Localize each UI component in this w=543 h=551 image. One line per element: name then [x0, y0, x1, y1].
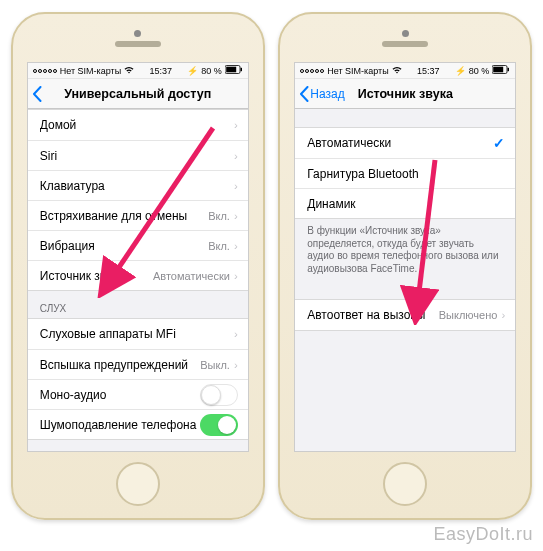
row-led-flash[interactable]: Вспышка предупреждений Выкл. › [28, 349, 248, 379]
phone-left: Нет SIM-карты 15:37 ⚡ 80 % [11, 12, 265, 520]
row-bluetooth[interactable]: Гарнитура Bluetooth [295, 158, 515, 188]
signal-icon [300, 69, 324, 73]
row-label: Автоответ на вызовы [307, 308, 439, 322]
row-shake-undo[interactable]: Встряхивание для отмены Вкл. › [28, 200, 248, 230]
screen-right: Нет SIM-карты 15:37 ⚡ 80 % Наза [294, 62, 516, 452]
row-label: Моно-аудио [40, 388, 200, 402]
row-label: Слуховые аппараты MFi [40, 327, 234, 341]
chevron-right-icon: › [234, 180, 238, 192]
row-value: Вкл. [208, 240, 230, 252]
checkmark-icon: ✓ [493, 135, 505, 151]
screen-left: Нет SIM-карты 15:37 ⚡ 80 % [27, 62, 249, 452]
row-label: Клавиатура [40, 179, 234, 193]
chevron-right-icon: › [234, 150, 238, 162]
row-label: Динамик [307, 197, 505, 211]
carrier-label: Нет SIM-карты [60, 66, 121, 76]
nav-title: Универсальный доступ [64, 87, 211, 101]
row-vibration[interactable]: Вибрация Вкл. › [28, 230, 248, 260]
signal-icon [33, 69, 57, 73]
chevron-right-icon: › [234, 240, 238, 252]
row-automatic[interactable]: Автоматически ✓ [295, 128, 515, 158]
time-label: 15:37 [149, 66, 172, 76]
row-keyboard[interactable]: Клавиатура › [28, 170, 248, 200]
row-label: Домой [40, 118, 234, 132]
chevron-right-icon: › [234, 119, 238, 131]
audio-source-list: Автоматически ✓ Гарнитура Bluetooth Дина… [295, 127, 515, 219]
auto-answer-list: Автоответ на вызовы Выключено › [295, 299, 515, 331]
row-label: Гарнитура Bluetooth [307, 167, 505, 181]
status-bar: Нет SIM-карты 15:37 ⚡ 80 % [295, 63, 515, 79]
home-button[interactable] [383, 462, 427, 506]
wifi-icon [392, 66, 402, 76]
svg-rect-6 [508, 68, 510, 71]
row-audio-source[interactable]: Источник звука Автоматически › [28, 260, 248, 290]
battery-label: 80 % [201, 66, 222, 76]
row-hearing-aids[interactable]: Слуховые аппараты MFi › [28, 319, 248, 349]
battery-icon [225, 65, 243, 76]
chevron-right-icon: › [501, 309, 505, 321]
row-label: Встряхивание для отмены [40, 209, 208, 223]
row-mono-audio[interactable]: Моно-аудио [28, 379, 248, 409]
carrier-label: Нет SIM-карты [327, 66, 388, 76]
battery-icon [492, 65, 510, 76]
row-value: Выкл. [200, 359, 230, 371]
svg-rect-1 [226, 67, 236, 73]
row-value: Выключено [439, 309, 498, 321]
row-home[interactable]: Домой › [28, 110, 248, 140]
row-label: Автоматически [307, 136, 493, 150]
home-button[interactable] [116, 462, 160, 506]
chevron-right-icon: › [234, 210, 238, 222]
row-label: Вспышка предупреждений [40, 358, 201, 372]
row-label: Источник звука [40, 269, 153, 283]
chevron-left-icon [299, 86, 309, 102]
chevron-right-icon: › [234, 328, 238, 340]
toggle-off[interactable] [200, 384, 238, 406]
back-button[interactable]: Назад [295, 86, 344, 102]
back-button[interactable] [28, 86, 43, 102]
back-label: Назад [310, 87, 344, 101]
phone-top [280, 14, 530, 62]
battery-charging-icon: ⚡ [187, 66, 198, 76]
chevron-right-icon: › [234, 359, 238, 371]
status-bar: Нет SIM-карты 15:37 ⚡ 80 % [28, 63, 248, 79]
nav-title: Источник звука [358, 87, 453, 101]
row-speaker[interactable]: Динамик [295, 188, 515, 218]
row-auto-answer[interactable]: Автоответ на вызовы Выключено › [295, 300, 515, 330]
row-noise-cancellation[interactable]: Шумоподавление телефона [28, 409, 248, 439]
row-label: Шумоподавление телефона [40, 418, 200, 432]
svg-rect-2 [240, 68, 242, 71]
row-label: Вибрация [40, 239, 208, 253]
row-value: Автоматически [153, 270, 230, 282]
nav-bar: Назад Источник звука [295, 79, 515, 109]
wifi-icon [124, 66, 134, 76]
chevron-right-icon: › [234, 270, 238, 282]
row-label: Siri [40, 149, 234, 163]
watermark: EasyDoIt.ru [433, 524, 533, 545]
phone-right: Нет SIM-карты 15:37 ⚡ 80 % Наза [278, 12, 532, 520]
phone-top [13, 14, 263, 62]
battery-charging-icon: ⚡ [455, 66, 466, 76]
footer-note: В функции «Источник звука» определяется,… [295, 219, 515, 281]
section-header-hearing: СЛУХ [28, 291, 248, 318]
time-label: 15:37 [417, 66, 440, 76]
battery-label: 80 % [469, 66, 490, 76]
row-siri[interactable]: Siri › [28, 140, 248, 170]
settings-list-1: Домой › Siri › Клавиатура › Встряхивание… [28, 109, 248, 291]
chevron-left-icon [32, 86, 42, 102]
settings-list-2: Слуховые аппараты MFi › Вспышка предупре… [28, 318, 248, 440]
row-value: Вкл. [208, 210, 230, 222]
svg-rect-5 [493, 67, 503, 73]
nav-bar: Универсальный доступ [28, 79, 248, 109]
toggle-on[interactable] [200, 414, 238, 436]
